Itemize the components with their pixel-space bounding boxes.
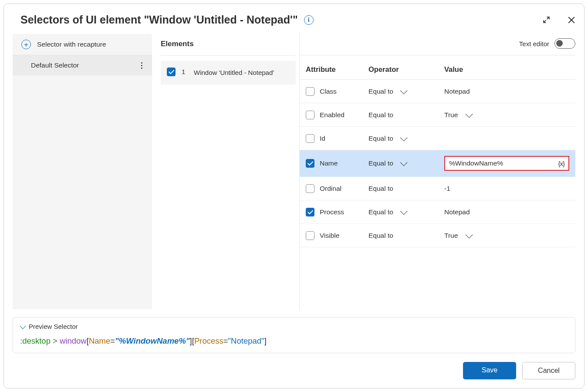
attribute-table: Attribute Operator Value ClassEqual toNo… (300, 55, 575, 247)
attribute-name: Enabled (320, 111, 345, 119)
element-index: 1 (182, 68, 188, 75)
save-button[interactable]: Save (463, 362, 516, 379)
chevron-down-icon (466, 231, 473, 238)
operator-label: Equal to (368, 159, 393, 167)
col-operator: Operator (368, 65, 443, 74)
element-name: Window 'Untitled - Notepad' (194, 68, 274, 78)
attribute-row[interactable]: IdEqual to (300, 127, 575, 150)
chevron-down-icon (400, 207, 408, 215)
selector-preview-code: :desktop > window[Name="%WindowName%"][P… (20, 336, 568, 346)
dialog-footer: Save Cancel (13, 362, 575, 379)
more-icon[interactable] (141, 62, 145, 69)
operator-cell[interactable]: Equal to (368, 208, 443, 216)
operator-cell: Equal to (368, 111, 443, 119)
operator-label: Equal to (368, 185, 393, 193)
preview-toggle[interactable]: Preview Selector (20, 323, 568, 330)
chevron-down-icon (400, 87, 408, 94)
value-text: True (444, 111, 458, 119)
operator-cell[interactable]: Equal to (368, 159, 443, 167)
value-cell[interactable]: True (444, 111, 569, 119)
attribute-name: Class (320, 88, 337, 95)
value-cell[interactable]: %WindowName%{x} (444, 156, 569, 171)
chevron-down-icon (466, 110, 473, 118)
cancel-button[interactable]: Cancel (522, 362, 575, 379)
selector-label: Default Selector (31, 61, 79, 69)
operator-cell: Equal to (368, 185, 443, 193)
selectors-pane: + Selector with recapture Default Select… (13, 34, 152, 309)
value-cell[interactable]: Notepad (444, 88, 569, 95)
preview-label: Preview Selector (29, 323, 78, 330)
dialog-title: Selectors of UI element "Window 'Untitle… (20, 14, 298, 26)
text-editor-label: Text editor (519, 40, 549, 47)
operator-label: Equal to (368, 135, 393, 142)
attribute-name: Name (320, 159, 338, 167)
attribute-checkbox[interactable] (306, 184, 314, 193)
elements-header: Elements (161, 34, 296, 56)
operator-label: Equal to (368, 232, 393, 240)
titlebar: Selectors of UI element "Window 'Untitle… (13, 11, 575, 34)
chevron-down-icon (400, 134, 408, 141)
preview-panel: Preview Selector :desktop > window[Name=… (13, 317, 575, 353)
elements-pane: Elements 1 Window 'Untitled - Notepad' (152, 34, 296, 309)
element-checkbox[interactable] (167, 68, 176, 76)
attribute-row[interactable]: NameEqual to%WindowName%{x} (300, 150, 575, 177)
value-text: %WindowName% (449, 159, 503, 167)
attribute-name: Process (320, 208, 344, 216)
attribute-row[interactable]: ProcessEqual toNotepad (300, 200, 575, 224)
recapture-label: Selector with recapture (37, 41, 106, 48)
close-icon[interactable] (568, 16, 575, 24)
main-area: + Selector with recapture Default Select… (13, 34, 575, 309)
info-icon[interactable]: i (304, 15, 314, 25)
attribute-name: Id (320, 135, 325, 142)
expand-icon[interactable] (543, 16, 550, 24)
attribute-checkbox[interactable] (306, 208, 314, 216)
value-cell[interactable]: -1 (444, 185, 569, 193)
value-cell[interactable]: Notepad (444, 208, 569, 216)
value-text: Notepad (444, 88, 470, 95)
selector-builder-dialog: Selectors of UI element "Window 'Untitle… (3, 3, 585, 389)
plus-icon: + (21, 40, 31, 49)
attribute-row[interactable]: VisibleEqual toTrue (300, 224, 575, 247)
attribute-name: Ordinal (320, 185, 341, 193)
value-text: -1 (444, 185, 450, 193)
attribute-checkbox[interactable] (306, 159, 314, 168)
operator-cell: Equal to (368, 232, 443, 240)
operator-label: Equal to (368, 208, 393, 216)
attribute-checkbox[interactable] (306, 111, 314, 119)
attribute-row[interactable]: EnabledEqual toTrue (300, 103, 575, 127)
col-attribute: Attribute (306, 65, 367, 74)
text-editor-toggle[interactable] (554, 38, 575, 49)
chevron-down-icon (400, 159, 408, 166)
operator-cell[interactable]: Equal to (368, 135, 443, 142)
attribute-checkbox[interactable] (306, 87, 314, 96)
attribute-row[interactable]: ClassEqual toNotepad (300, 80, 575, 103)
attribute-name: Visible (320, 232, 339, 240)
add-selector-recapture[interactable]: + Selector with recapture (13, 34, 152, 55)
col-value: Value (444, 65, 569, 74)
element-row[interactable]: 1 Window 'Untitled - Notepad' (161, 61, 296, 84)
selector-list-item[interactable]: Default Selector (13, 55, 152, 75)
value-text: True (444, 232, 458, 240)
attribute-row[interactable]: OrdinalEqual to-1 (300, 177, 575, 200)
value-cell[interactable]: True (444, 232, 569, 240)
variable-picker-icon[interactable]: {x} (558, 160, 564, 167)
attribute-checkbox[interactable] (306, 231, 314, 240)
attribute-checkbox[interactable] (306, 134, 314, 143)
operator-label: Equal to (368, 111, 393, 119)
chevron-down-icon (20, 323, 26, 329)
operator-cell[interactable]: Equal to (368, 88, 443, 95)
attributes-pane: Text editor Attribute Operator Value Cla… (299, 34, 575, 309)
operator-label: Equal to (368, 88, 393, 95)
value-text: Notepad (444, 208, 470, 216)
